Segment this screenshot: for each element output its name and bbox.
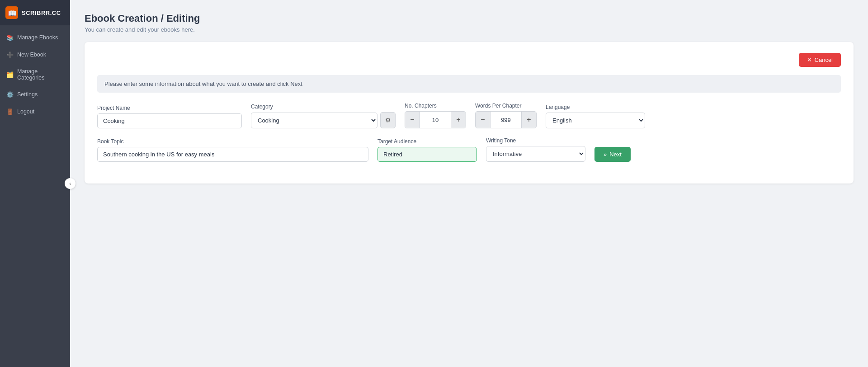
- main-content: Ebook Creation / Editing You can create …: [70, 0, 868, 367]
- book-topic-input[interactable]: [97, 147, 368, 162]
- sidebar-item-settings[interactable]: ⚙️ Settings: [0, 86, 70, 103]
- language-group: Language English Spanish French German I…: [546, 104, 645, 128]
- chapters-decrement[interactable]: −: [405, 112, 420, 128]
- language-select[interactable]: English Spanish French German Italian: [546, 113, 645, 128]
- new-ebook-icon: ➕: [6, 51, 14, 58]
- category-settings-button[interactable]: ⚙: [380, 112, 396, 128]
- info-banner-text: Please enter some information about what…: [104, 80, 302, 87]
- writing-tone-group: Writing Tone Informative Casual Formal H…: [486, 137, 585, 162]
- category-select[interactable]: Cooking Fiction Non-Fiction Science Hist…: [251, 113, 377, 128]
- form-row-2: Book Topic Target Audience Writing Tone …: [97, 137, 841, 162]
- svg-text:📖: 📖: [8, 9, 17, 18]
- categories-icon: 🗂️: [6, 71, 14, 78]
- sidebar-label-manage-ebooks: Manage Ebooks: [17, 34, 58, 41]
- next-label: Next: [609, 151, 622, 158]
- settings-icon: ⚙️: [6, 91, 14, 98]
- sidebar: 📖 SCRIBRR.CC 📚 Manage Ebooks ➕ New Ebook…: [0, 0, 70, 367]
- brand-name: SCRIBRR.CC: [22, 9, 61, 16]
- book-topic-group: Book Topic: [97, 138, 368, 162]
- cancel-label: Cancel: [815, 56, 833, 63]
- cancel-button[interactable]: ✕ Cancel: [799, 53, 841, 67]
- language-label: Language: [546, 104, 645, 110]
- logo-icon: 📖: [5, 6, 18, 19]
- category-group: Category Cooking Fiction Non-Fiction Sci…: [251, 104, 396, 128]
- chapters-increment[interactable]: +: [451, 112, 466, 128]
- logout-icon: 🚪: [6, 108, 14, 115]
- writing-tone-label: Writing Tone: [486, 137, 585, 144]
- words-input[interactable]: [490, 112, 522, 128]
- chapters-stepper: − +: [405, 111, 466, 128]
- ebooks-icon: 📚: [6, 34, 14, 41]
- info-banner: Please enter some information about what…: [97, 75, 841, 93]
- card-top-bar: ✕ Cancel: [97, 53, 841, 67]
- page-subtitle: You can create and edit your ebooks here…: [85, 26, 854, 33]
- next-group: » Next: [594, 147, 631, 162]
- sidebar-item-new-ebook[interactable]: ➕ New Ebook: [0, 46, 70, 63]
- chapters-input[interactable]: [420, 112, 451, 128]
- writing-tone-select[interactable]: Informative Casual Formal Humorous Inspi…: [486, 146, 585, 162]
- next-arrow-icon: »: [604, 151, 607, 158]
- words-increment[interactable]: +: [522, 112, 536, 128]
- gear-icon: ⚙: [385, 117, 391, 124]
- sidebar-item-manage-categories[interactable]: 🗂️ Manage Categories: [0, 63, 70, 86]
- project-name-group: Project Name: [97, 105, 242, 128]
- words-stepper: − +: [475, 111, 537, 128]
- target-audience-label: Target Audience: [377, 138, 477, 145]
- sidebar-item-logout[interactable]: 🚪 Logout: [0, 103, 70, 120]
- category-label: Category: [251, 104, 396, 110]
- sidebar-item-manage-ebooks[interactable]: 📚 Manage Ebooks: [0, 29, 70, 46]
- sidebar-label-settings: Settings: [17, 91, 38, 98]
- project-name-label: Project Name: [97, 105, 242, 111]
- category-wrapper: Cooking Fiction Non-Fiction Science Hist…: [251, 112, 396, 128]
- sidebar-label-logout: Logout: [17, 108, 34, 115]
- form-row-1: Project Name Category Cooking Fiction No…: [97, 103, 841, 128]
- page-title: Ebook Creation / Editing: [85, 13, 854, 24]
- project-name-input[interactable]: [97, 113, 242, 128]
- no-chapters-group: No. Chapters − +: [405, 103, 466, 128]
- words-per-chapter-group: Words Per Chapter − +: [475, 103, 537, 128]
- logo[interactable]: 📖 SCRIBRR.CC: [0, 0, 70, 25]
- no-chapters-label: No. Chapters: [405, 103, 466, 109]
- sidebar-nav: 📚 Manage Ebooks ➕ New Ebook 🗂️ Manage Ca…: [0, 25, 70, 120]
- target-audience-group: Target Audience: [377, 138, 477, 162]
- sidebar-toggle[interactable]: ‹: [65, 178, 75, 189]
- cancel-icon: ✕: [807, 56, 812, 63]
- words-decrement[interactable]: −: [476, 112, 490, 128]
- book-topic-label: Book Topic: [97, 138, 368, 145]
- toggle-chevron: ‹: [69, 181, 71, 186]
- form-card: ✕ Cancel Please enter some information a…: [85, 42, 854, 184]
- sidebar-label-manage-categories: Manage Categories: [17, 68, 64, 81]
- next-button[interactable]: » Next: [594, 147, 631, 162]
- sidebar-label-new-ebook: New Ebook: [17, 52, 46, 58]
- target-audience-input[interactable]: [377, 147, 477, 162]
- words-per-chapter-label: Words Per Chapter: [475, 103, 537, 109]
